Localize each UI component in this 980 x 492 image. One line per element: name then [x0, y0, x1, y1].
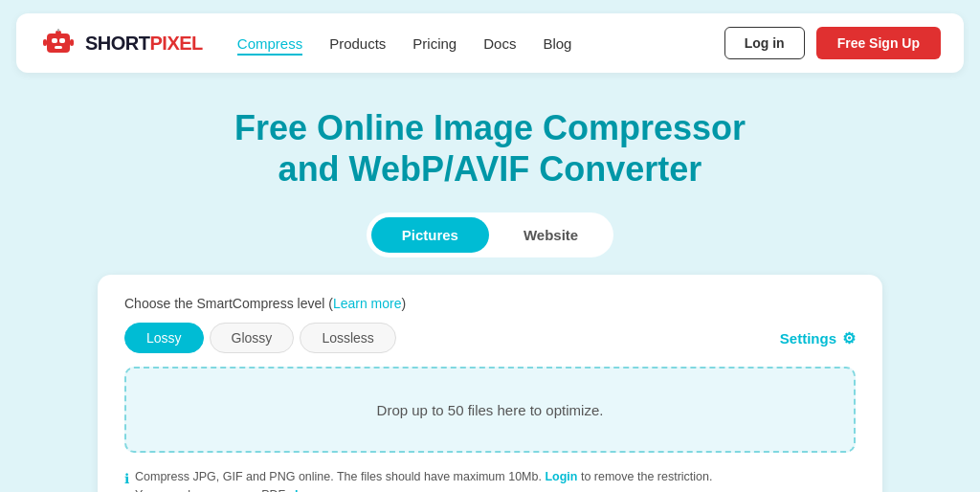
tab-website[interactable]: Website — [493, 217, 609, 253]
nav-actions: Log in Free Sign Up — [724, 27, 941, 59]
hero-title: Free Online Image Compressor and WebP/AV… — [234, 107, 746, 190]
svg-rect-7 — [70, 39, 74, 46]
tab-pictures[interactable]: Pictures — [371, 217, 489, 253]
options-row: Lossy Glossy Lossless Settings ⚙ — [124, 323, 856, 353]
nav-docs[interactable]: Docs — [483, 32, 516, 56]
comp-lossy[interactable]: Lossy — [124, 323, 204, 353]
compression-options: Lossy Glossy Lossless — [124, 323, 396, 353]
learn-more-link[interactable]: Learn more — [333, 296, 402, 311]
svg-rect-5 — [57, 29, 59, 32]
hero-section: Free Online Image Compressor and WebP/AV… — [234, 107, 746, 190]
footer-here-link[interactable]: here. — [295, 488, 323, 492]
settings-label: Settings — [780, 330, 836, 347]
signup-button[interactable]: Free Sign Up — [816, 27, 941, 59]
login-button[interactable]: Log in — [724, 27, 805, 59]
comp-glossy[interactable]: Glossy — [210, 323, 295, 353]
gear-icon: ⚙ — [842, 329, 856, 347]
nav-products[interactable]: Products — [329, 32, 386, 56]
svg-rect-6 — [43, 39, 47, 46]
footer-text: Compress JPG, GIF and PNG online. The fi… — [135, 468, 713, 492]
info-icon: ℹ — [124, 469, 129, 489]
level-selector-label: Choose the SmartCompress level (Learn mo… — [124, 296, 406, 311]
nav-links: Compress Products Pricing Docs Blog — [237, 32, 724, 56]
mode-tabs: Pictures Website — [367, 212, 613, 257]
logo[interactable]: SHORTPIXEL — [39, 24, 203, 62]
main-card: Choose the SmartCompress level (Learn mo… — [98, 275, 882, 492]
drop-zone-text: Drop up to 50 files here to optimize. — [377, 402, 604, 418]
drop-zone[interactable]: Drop up to 50 files here to optimize. — [124, 367, 856, 453]
logo-text: SHORTPIXEL — [85, 33, 203, 55]
card-header: Choose the SmartCompress level (Learn mo… — [124, 296, 856, 311]
nav-pricing[interactable]: Pricing — [412, 32, 457, 56]
footer-note: ℹ Compress JPG, GIF and PNG online. The … — [124, 468, 856, 492]
nav-blog[interactable]: Blog — [543, 32, 571, 56]
comp-lossless[interactable]: Lossless — [300, 323, 395, 353]
svg-rect-1 — [52, 38, 57, 43]
footer-login-link[interactable]: Login — [545, 470, 577, 483]
settings-button[interactable]: Settings ⚙ — [780, 329, 856, 347]
svg-rect-0 — [47, 34, 70, 53]
svg-rect-3 — [55, 46, 62, 49]
logo-icon — [39, 24, 78, 62]
navbar: SHORTPIXEL Compress Products Pricing Doc… — [16, 13, 964, 73]
nav-compress[interactable]: Compress — [237, 32, 302, 56]
svg-rect-2 — [59, 38, 65, 43]
